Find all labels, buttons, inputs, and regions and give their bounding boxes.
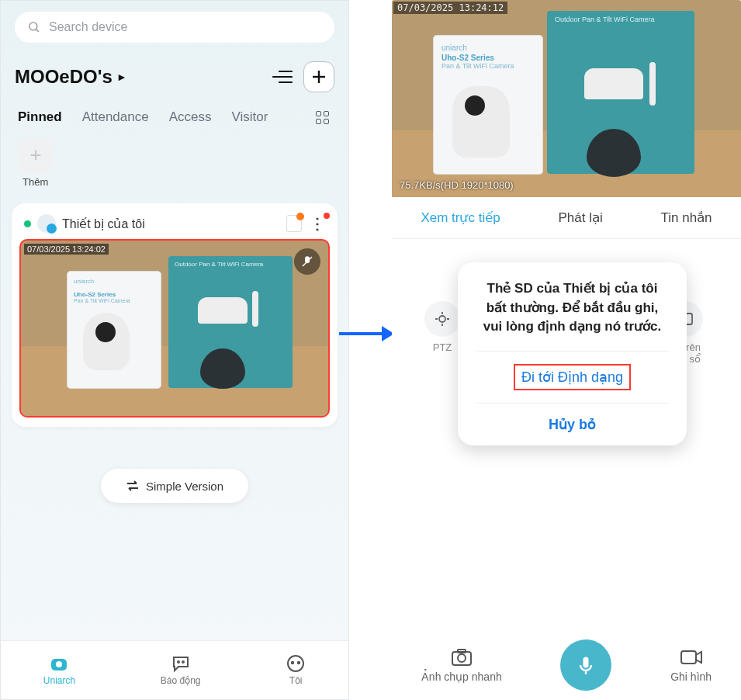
chevron-right-icon: ▸ — [119, 70, 125, 84]
plus-icon — [29, 148, 43, 162]
simple-version-label: Simple Version — [146, 480, 223, 493]
dialog-message: Thẻ SD của Thiết bị của tôi bất thường. … — [476, 279, 668, 337]
tab-access[interactable]: Access — [169, 109, 212, 125]
flow-arrow-icon — [339, 326, 394, 341]
view-tabs: Xem trực tiếp Phát lại Tin nhắn — [392, 197, 741, 239]
camera-preview[interactable]: uniarch Uho-S2 Series Pan & Tilt WiFi Ca… — [19, 239, 330, 418]
search-placeholder: Search device — [49, 20, 127, 34]
svg-line-1 — [36, 29, 39, 32]
svg-point-14 — [288, 656, 303, 671]
swap-icon — [126, 480, 140, 491]
home-screen: Search device MOOeDO's ▸ Pinned Attendan… — [0, 0, 349, 700]
simple-version-button[interactable]: Simple Version — [101, 469, 248, 503]
nav-alarm[interactable]: Báo động — [161, 654, 201, 686]
bottom-nav: Uniarch Báo động Tôi — [1, 640, 348, 699]
account-name: MOOeDO's — [15, 66, 113, 88]
svg-point-15 — [292, 662, 293, 664]
plus-icon — [311, 69, 327, 85]
add-device-button[interactable] — [303, 61, 334, 92]
camera-thumb-icon — [37, 214, 56, 233]
svg-point-20 — [458, 654, 466, 662]
tab-pinned[interactable]: Pinned — [18, 109, 62, 125]
record-icon — [679, 647, 704, 667]
account-selector[interactable]: MOOeDO's ▸ — [15, 66, 125, 88]
svg-point-16 — [298, 662, 300, 664]
camera-model-a — [83, 313, 130, 370]
device-card: Thiết bị của tôi ⋮ uniarch Uho-S2 Series… — [12, 203, 338, 427]
mic-icon — [575, 654, 597, 676]
notification-icon[interactable] — [286, 215, 302, 232]
camera-model-b — [192, 297, 254, 367]
pin-add-label: Thêm — [23, 176, 348, 188]
svg-point-13 — [182, 661, 184, 663]
live-bottom-bar: Ảnh chụp nhanh Ghi hình — [392, 639, 741, 691]
ptz-control[interactable]: PTZ — [424, 301, 460, 365]
svg-point-11 — [56, 661, 62, 667]
dialog-cancel-button[interactable]: Hủy bỏ — [476, 403, 668, 445]
device-name: Thiết bị của tôi — [62, 217, 145, 231]
filter-icon[interactable] — [272, 68, 293, 85]
nav-uniarch[interactable]: Uniarch — [43, 654, 75, 686]
tab-attendance[interactable]: Attendance — [82, 109, 149, 125]
search-bar[interactable]: Search device — [15, 12, 334, 43]
talk-button[interactable] — [560, 639, 611, 691]
camera-icon — [49, 654, 69, 673]
face-icon — [286, 654, 306, 673]
preview-timestamp: 07/03/2025 13:24:02 — [24, 244, 109, 255]
tab-messages[interactable]: Tin nhắn — [660, 210, 712, 226]
tab-visitor[interactable]: Visitor — [231, 109, 268, 125]
record-button[interactable]: Ghi hình — [670, 647, 712, 683]
live-timestamp: 07/03/2025 13:24:12 — [393, 2, 507, 14]
grid-view-icon[interactable] — [316, 111, 331, 124]
pin-add-tile[interactable] — [18, 137, 54, 173]
svg-point-12 — [178, 661, 179, 663]
sd-format-dialog: Thẻ SD của Thiết bị của tôi bất thường. … — [458, 262, 687, 445]
more-options-icon[interactable]: ⋮ — [310, 214, 325, 233]
ptz-icon — [433, 310, 452, 328]
svg-point-0 — [29, 23, 37, 30]
camera-model-a — [452, 86, 510, 158]
snapshot-icon — [450, 647, 473, 667]
live-preview[interactable]: uniarch Uho-S2 Series Pan & Tilt WiFi Ca… — [392, 0, 741, 197]
chat-icon — [171, 654, 191, 673]
search-icon — [27, 20, 41, 34]
dialog-go-format-button[interactable]: Đi tới Định dạng — [476, 351, 668, 403]
snapshot-button[interactable]: Ảnh chụp nhanh — [421, 647, 502, 683]
tab-live[interactable]: Xem trực tiếp — [421, 210, 500, 226]
mute-icon[interactable] — [294, 248, 320, 275]
status-dot-online — [24, 220, 31, 227]
category-tabs: Pinned Attendance Access Visitor — [1, 102, 348, 125]
bitrate-label: 75.7KB/s(HD 1920*1080) — [400, 179, 514, 191]
tab-playback[interactable]: Phát lại — [558, 210, 602, 226]
svg-rect-22 — [583, 657, 589, 668]
live-view-screen: uniarch Uho-S2 Series Pan & Tilt WiFi Ca… — [392, 0, 741, 700]
svg-point-17 — [439, 316, 445, 322]
svg-rect-23 — [681, 651, 696, 664]
nav-me[interactable]: Tôi — [286, 654, 306, 686]
camera-model-b — [577, 68, 651, 154]
